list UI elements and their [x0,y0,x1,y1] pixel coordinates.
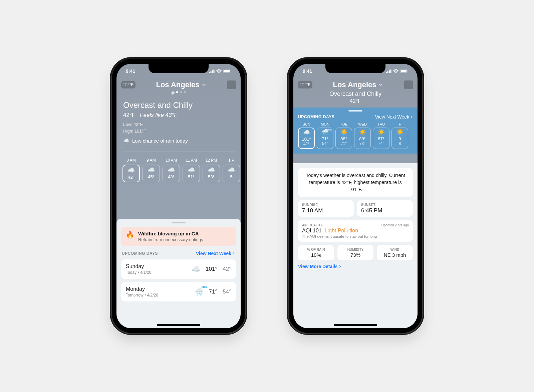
high-temp: High: 101°F [123,128,234,135]
sun-icon: ☀️ [373,129,389,136]
day-tile[interactable]: ☀️89°73° [354,128,371,149]
current-temp: 42°F [293,98,418,104]
aqi-updated: Updated 2 hrs ago [381,223,409,227]
aqi-note: The AQI deems it unsafe to stay out for … [302,234,409,238]
day-forecast-card[interactable]: SundayToday • 4/1/20☁️101°42° [121,259,236,279]
hour-temp: 48° [163,174,180,179]
hourly-card[interactable]: ☁️51° [183,165,200,182]
tile-high: 88° [336,136,352,141]
stat-card: HUMIDITY73% [337,245,373,260]
day-sub: Tomorrow • 4/2/20 [126,293,158,298]
chevron-down-icon [378,82,383,87]
weather-alert-card[interactable]: 🔥 Wildfire blowing up in CA Refrain from… [121,227,236,246]
unit-c[interactable]: °C/ [300,82,306,87]
hourly-card[interactable]: ☁️45° [143,165,160,182]
hour-label: 8 AM [122,158,140,163]
drag-handle-icon[interactable] [172,222,186,223]
upcoming-days-label: UPCOMING DAYS [298,115,334,119]
day-tile[interactable]: ☀️98 [391,128,408,149]
low-temp: Low: 42°F [123,121,234,128]
unit-toggle[interactable]: °C/ °F [121,81,136,88]
hour-label: 12 PM [203,158,220,163]
page-indicator[interactable] [116,91,241,94]
view-next-week-link[interactable]: View Next Week [375,114,413,120]
home-indicator[interactable] [334,324,377,326]
battery-icon [223,69,231,73]
svg-rect-12 [401,70,407,72]
cloud-icon: ☁️ [163,167,180,173]
svg-rect-3 [214,69,215,73]
hourly-forecast[interactable]: 8 AM9 AM10 AM11 AM12 PM1 P ☁️42°☁️45°☁️4… [116,156,241,186]
alert-subtitle: Refrain from unnecessary outings [138,237,203,242]
unit-toggle[interactable]: °C/ °F [298,81,312,88]
stat-label: HUMIDITY [339,248,371,251]
rain-icon: 🌧️50% [195,287,204,296]
hourly-card[interactable]: ☁️5 [223,165,240,182]
cloud-icon: ☁️ [223,167,240,173]
day-abbr: THU [373,122,389,126]
view-next-week-link[interactable]: View Next Week [196,251,235,256]
stat-label: % OF RAIN [300,248,332,251]
tile-low: 71° [336,141,352,146]
sunset-label: SUNSET [361,203,409,207]
weather-provider-badge[interactable] [227,80,236,89]
day-tile[interactable]: ☀️88°71° [335,128,352,149]
hour-label: 11 AM [183,158,200,163]
aqi-value: AQI 101 [302,228,322,233]
notch [149,64,209,73]
hour-label: 9 AM [143,158,160,163]
cloud-icon: ☁️ [203,167,220,173]
sunset-value: 6:45 PM [361,207,409,214]
day-abbr: WED [354,122,371,126]
alert-title: Wildfire blowing up in CA [138,231,203,236]
cloud-icon: ☁️ [123,138,129,144]
current-temp: 42°F [123,112,135,119]
chevron-down-icon [201,82,207,87]
tile-high: 71° [317,136,333,141]
cloud-icon: ☁️ [183,167,200,173]
drag-handle-icon[interactable] [348,110,362,112]
status-time: 9:41 [126,68,135,74]
svg-rect-13 [408,70,408,72]
stat-value: NE 3 mph [379,252,411,258]
stat-value: 10% [300,252,332,258]
day-forecast-card[interactable]: MondayTomorrow • 4/2/20🌧️50%71°54° [121,282,236,302]
city-name: Los Angeles [333,80,376,89]
today-summary-card: Today's weather is overcast and chilly. … [298,168,413,197]
cellular-icon [386,69,391,73]
city-selector[interactable]: Los Angeles [333,80,383,89]
aqi-label: AIR QUALITY [302,223,323,227]
rain-pct: 50% [327,128,332,131]
unit-c[interactable]: °C/ [123,82,129,87]
day-tile[interactable]: 50%🌧️71°54° [317,128,333,149]
divider [122,152,235,152]
day-name: Sunday [126,263,151,269]
cloud-icon: ☁️ [123,167,139,173]
cloud-icon: ☁️ [143,167,160,173]
hour-temp: 53° [203,174,220,179]
weather-provider-badge[interactable] [404,80,413,89]
day-abbr: TUE [335,122,352,126]
city-selector[interactable]: Los Angeles [156,80,207,89]
upcoming-days-panel[interactable]: UPCOMING DAYS View Next Week SUNMONTUEWE… [293,108,418,154]
day-tile[interactable]: ☁️101°42° [298,128,315,149]
day-tile[interactable]: ☀️87°74° [373,128,389,149]
sun-icon: ☀️ [392,129,408,136]
hourly-card[interactable]: ☁️48° [163,165,180,182]
unit-f[interactable]: °F [129,82,134,87]
bottom-sheet[interactable]: 🔥 Wildfire blowing up in CA Refrain from… [116,219,241,328]
unit-f[interactable]: °F [306,82,310,87]
stat-value: 73% [339,252,371,258]
hourly-card[interactable]: ☁️53° [203,165,220,182]
hour-label: 1 P [223,158,240,163]
home-indicator[interactable] [157,324,200,326]
aqi-pollution-level: Light Pollution [325,228,358,233]
phone-mockup-1: 9:41 °C/ °F Los Angeles [112,59,245,333]
stat-card: % OF RAIN10% [298,245,334,260]
rain-chance-text: Low chance of rain today [132,138,188,144]
detail-sheet[interactable]: Today's weather is overcast and chilly. … [293,163,418,328]
hourly-card[interactable]: ☁️42° [122,165,140,182]
view-more-details-link[interactable]: View More Details [298,264,413,269]
air-quality-card[interactable]: AIR QUALITY Updated 2 hrs ago AQI 101 Li… [298,220,413,242]
tile-high: 101° [299,137,314,142]
